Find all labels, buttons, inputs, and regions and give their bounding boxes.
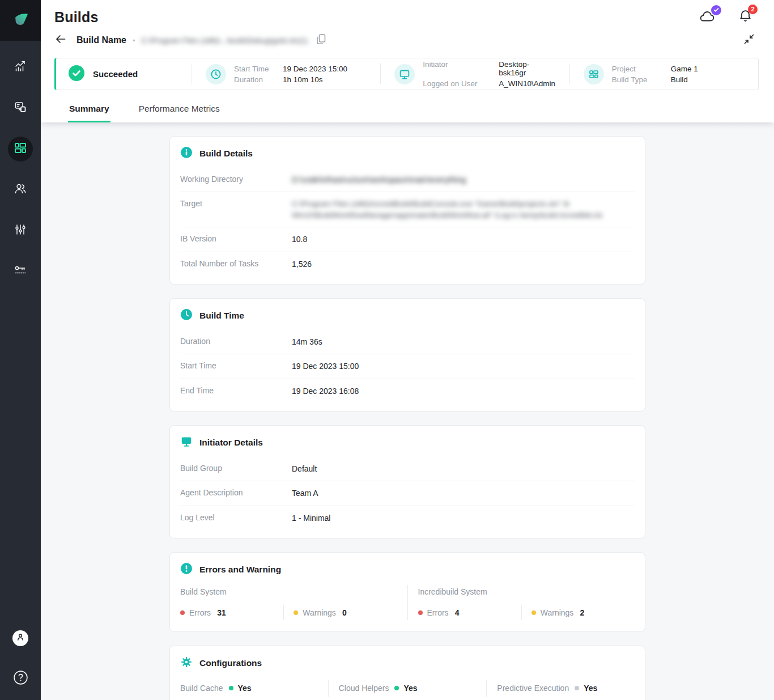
page-title: Builds <box>54 9 99 26</box>
warnings-stat: Warnings 2 <box>521 605 635 620</box>
app-logo[interactable] <box>0 0 41 41</box>
row-label: Duration <box>180 336 292 346</box>
errors-warnings-card: Errors and Warning Build System Errors 3… <box>169 552 645 632</box>
field-label: Project <box>612 65 671 73</box>
error-dot <box>180 610 185 615</box>
sidebar-bottom <box>12 630 28 688</box>
config-cloud-helpers: Cloud Helpers Yes <box>328 680 487 697</box>
summary-content: Build Details Working Directory D:\code\… <box>41 122 774 700</box>
collapse-button[interactable] <box>743 33 755 48</box>
help-icon <box>13 670 28 688</box>
warning-dot <box>294 610 298 615</box>
sidebar-item-builds[interactable] <box>8 137 33 162</box>
error-dot <box>418 610 423 615</box>
section-label: Incredibuild System <box>418 587 635 596</box>
row-label: Log Level <box>180 512 292 522</box>
stat-label: Errors <box>427 608 449 617</box>
main-area: Builds <box>41 0 774 700</box>
errors-stat: Errors 4 <box>418 605 521 620</box>
builds-icon <box>14 141 27 157</box>
copy-button[interactable] <box>315 33 327 48</box>
clock-icon <box>206 64 226 84</box>
row-value: 19 Dec 2023 15:00 <box>292 360 359 372</box>
config-label: Build Cache <box>180 684 223 693</box>
row-label: Agent Description <box>180 487 292 497</box>
notifications-button[interactable]: 2 <box>738 9 753 27</box>
breadcrumb-label: Build Name <box>76 35 126 45</box>
exclamation-icon <box>180 562 193 577</box>
row-value: 10.8 <box>292 234 307 245</box>
section-label: Build System <box>180 587 397 596</box>
field-value: Build <box>671 75 688 84</box>
card-title: Build Time <box>199 311 244 321</box>
build-status-bar: Succeeded Start Time19 Dec 2023 15:00 Du… <box>54 58 759 90</box>
row-value-redacted: C:\Program Files (x86)\IncrediBuild\Buil… <box>292 198 602 220</box>
row-value: Default <box>292 463 317 474</box>
sidebar-item-agents[interactable] <box>8 96 33 121</box>
detail-row: Duration 14m 36s <box>180 330 635 354</box>
row-value: 14m 36s <box>292 336 322 347</box>
detail-row: Build Group Default <box>180 457 635 481</box>
field-label: Initiator <box>423 60 499 77</box>
cloud-status-button[interactable] <box>698 10 716 26</box>
config-label: Cloud Helpers <box>339 684 389 693</box>
config-value: Yes <box>238 684 252 693</box>
license-key-icon <box>14 264 27 279</box>
sidebar <box>0 0 41 700</box>
field-value: Game 1 <box>671 65 698 73</box>
stat-value: 4 <box>455 608 460 617</box>
collapse-arrows-icon <box>743 33 755 48</box>
status-label: Succeeded <box>93 69 138 79</box>
cloud-check-badge <box>711 5 721 15</box>
initiator-details-card: Initiator Details Build Group Default Ag… <box>169 425 645 538</box>
agents-icon <box>14 100 27 116</box>
stat-label: Errors <box>189 608 211 617</box>
project-section: ProjectGame 1 Build TypeBuild <box>570 58 758 90</box>
sidebar-item-license[interactable] <box>8 259 33 284</box>
stat-value: 31 <box>217 608 226 617</box>
redacted-line: Win10\BuildWorkflowManager\app\make\Buil… <box>292 210 602 221</box>
status-dot <box>575 686 579 690</box>
tab-performance-metrics[interactable]: Performance Metrics <box>138 99 221 122</box>
sidebar-item-users[interactable] <box>8 177 33 202</box>
back-button[interactable] <box>54 33 67 48</box>
stat-value: 0 <box>342 608 347 617</box>
sidebar-nav <box>8 55 33 284</box>
sidebar-item-settings[interactable] <box>8 218 33 243</box>
monitor-filled-icon <box>180 435 193 450</box>
row-label: Working Directory <box>180 174 292 184</box>
config-value: Yes <box>403 684 417 693</box>
help-button[interactable] <box>13 670 28 688</box>
build-path-redacted: C:\Program Files (x86)\...\build\Debug\g… <box>142 36 308 45</box>
row-label: End Time <box>180 385 292 395</box>
row-value: 1,526 <box>292 258 312 270</box>
row-label: Start Time <box>180 360 292 370</box>
build-time-card: Build Time Duration 14m 36s Start Time 1… <box>169 298 645 411</box>
row-value: 19 Dec 2023 16:08 <box>292 385 359 397</box>
config-label: Predictive Execution <box>497 684 569 693</box>
breadcrumb-separator: • <box>133 36 135 45</box>
config-value: Yes <box>584 684 597 693</box>
gear-icon <box>180 656 193 671</box>
status-section: Succeeded <box>56 58 192 90</box>
clock-filled-icon <box>180 308 193 323</box>
stat-label: Warnings <box>303 608 336 617</box>
card-title: Configurations <box>199 658 262 668</box>
sidebar-item-insights[interactable] <box>8 55 33 80</box>
time-section: Start Time19 Dec 2023 15:00 Duration1h 1… <box>192 58 380 90</box>
detail-row: Agent Description Team A <box>180 481 635 505</box>
initiator-section: InitiatorDesktop-bsk16gr Logged on UserA… <box>381 58 569 90</box>
row-value: 1 - Minimal <box>292 512 330 524</box>
user-avatar[interactable] <box>12 630 28 646</box>
build-system-section: Build System Errors 31 Warnings 0 <box>170 585 407 620</box>
project-grid-icon <box>584 64 604 84</box>
detail-row: Target C:\Program Files (x86)\IncrediBui… <box>180 192 635 227</box>
detail-row: Start Time 19 Dec 2023 15:00 <box>180 354 635 378</box>
breadcrumb: Build Name • C:\Program Files (x86)\...\… <box>54 32 759 48</box>
sliders-icon <box>14 223 27 239</box>
detail-row: Working Directory D:\code\infrastructure… <box>180 168 635 192</box>
copy-icon <box>315 33 327 48</box>
detail-row: End Time 19 Dec 2023 16:08 <box>180 379 635 403</box>
tab-summary[interactable]: Summary <box>68 99 110 122</box>
detail-row: Log Level 1 - Minimal <box>180 506 635 530</box>
